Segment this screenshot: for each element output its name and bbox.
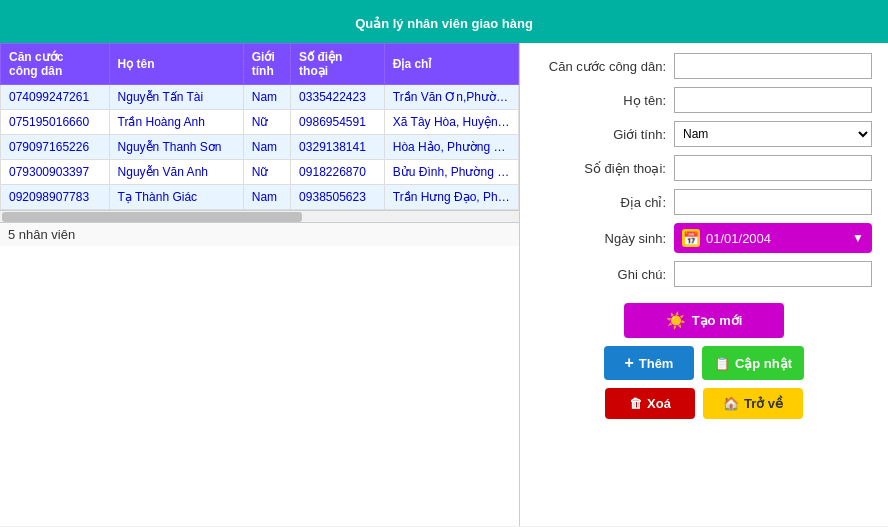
can-cuoc-row: Căn cước công dân: <box>536 53 872 79</box>
col-header-gioi-tinh: Giớitính <box>243 44 290 85</box>
col-header-sdt: Số điệnthoại <box>291 44 385 85</box>
btn-row-1: + Thêm 📋 Cập nhật <box>604 346 804 380</box>
cell-so_dien_thoai: 0938505623 <box>291 185 385 210</box>
cell-can_cuoc: 079300903397 <box>1 160 110 185</box>
them-label: Thêm <box>639 356 674 371</box>
plus-icon: + <box>624 354 633 372</box>
date-picker-left: 📅 01/01/2004 <box>682 229 771 247</box>
cell-can_cuoc: 075195016660 <box>1 110 110 135</box>
cap-nhat-button[interactable]: 📋 Cập nhật <box>702 346 804 380</box>
home-icon: 🏠 <box>723 396 739 411</box>
employee-table: Căn cướccông dân Họ tên Giớitính Số điện… <box>0 43 519 210</box>
cell-gioi_tinh: Nam <box>243 85 290 110</box>
table-row[interactable]: 079097165226Nguyễn Thanh SơnNam032913814… <box>1 135 519 160</box>
ngay-sinh-row: Ngày sinh: 📅 01/01/2004 ▼ <box>536 223 872 253</box>
cell-ho_ten: Nguyễn Văn Anh <box>109 160 243 185</box>
cell-ho_ten: Trần Hoàng Anh <box>109 110 243 135</box>
ghi-chu-row: Ghi chú: <box>536 261 872 287</box>
cell-dia_chi: Trần Hưng Đạo, Phường L... <box>384 185 518 210</box>
ngay-sinh-picker[interactable]: 📅 01/01/2004 ▼ <box>674 223 872 253</box>
button-area: ☀️ Tạo mới + Thêm 📋 Cập nhật 🗑 Xoá <box>536 303 872 419</box>
sdt-input[interactable] <box>674 155 872 181</box>
page-title: Quản lý nhân viên giao hàng <box>355 16 533 31</box>
gioi-tinh-label: Giới tính: <box>536 127 666 142</box>
cell-gioi_tinh: Nam <box>243 135 290 160</box>
cell-dia_chi: Trần Văn Ơn,Phường Phú... <box>384 85 518 110</box>
cell-gioi_tinh: Nữ <box>243 160 290 185</box>
col-header-ho-ten: Họ tên <box>109 44 243 85</box>
table-row[interactable]: 074099247261Nguyễn Tấn TàiNam0335422423T… <box>1 85 519 110</box>
can-cuoc-label: Căn cước công dân: <box>536 59 666 74</box>
sdt-row: Số điện thoại: <box>536 155 872 181</box>
tro-ve-button[interactable]: 🏠 Trở về <box>703 388 803 419</box>
edit-icon: 📋 <box>714 356 730 371</box>
ho-ten-input[interactable] <box>674 87 872 113</box>
cell-gioi_tinh: Nữ <box>243 110 290 135</box>
chevron-down-icon: ▼ <box>852 231 864 245</box>
cell-dia_chi: Xã Tây Hòa, Huyện Trảng B... <box>384 110 518 135</box>
table-row[interactable]: 079300903397Nguyễn Văn AnhNữ0918226870Bử… <box>1 160 519 185</box>
xoa-button[interactable]: 🗑 Xoá <box>605 388 695 419</box>
ghi-chu-input[interactable] <box>674 261 872 287</box>
btn-row-2: 🗑 Xoá 🏠 Trở về <box>605 388 803 419</box>
sdt-label: Số điện thoại: <box>536 161 666 176</box>
ngay-sinh-value: 01/01/2004 <box>706 231 771 246</box>
left-panel: Căn cướccông dân Họ tên Giớitính Số điện… <box>0 43 520 526</box>
gioi-tinh-select[interactable]: Nam Nữ <box>674 121 872 147</box>
xoa-label: Xoá <box>647 396 671 411</box>
cell-so_dien_thoai: 0329138141 <box>291 135 385 160</box>
cell-can_cuoc: 079097165226 <box>1 135 110 160</box>
gioi-tinh-row: Giới tính: Nam Nữ <box>536 121 872 147</box>
cell-dia_chi: Hòa Hảo, Phường 5, Quận... <box>384 135 518 160</box>
cell-dia_chi: Bửu Đình, Phường 5, Quận... <box>384 160 518 185</box>
table-row[interactable]: 092098907783Tạ Thành GiácNam0938505623Tr… <box>1 185 519 210</box>
ghi-chu-label: Ghi chú: <box>536 267 666 282</box>
col-header-can-cuoc: Căn cướccông dân <box>1 44 110 85</box>
sun-icon: ☀️ <box>666 311 686 330</box>
table-container: Căn cướccông dân Họ tên Giớitính Số điện… <box>0 43 519 210</box>
cap-nhat-label: Cập nhật <box>735 356 792 371</box>
page-header: Quản lý nhân viên giao hàng <box>0 0 888 43</box>
table-footer: 5 nhân viên <box>0 222 519 246</box>
tro-ve-label: Trở về <box>744 396 783 411</box>
tao-moi-button[interactable]: ☀️ Tạo mới <box>624 303 784 338</box>
cell-gioi_tinh: Nam <box>243 185 290 210</box>
dia-chi-input[interactable] <box>674 189 872 215</box>
table-row[interactable]: 075195016660Trần Hoàng AnhNữ0986954591Xã… <box>1 110 519 135</box>
cell-so_dien_thoai: 0918226870 <box>291 160 385 185</box>
employee-count: 5 nhân viên <box>8 227 75 242</box>
cell-can_cuoc: 074099247261 <box>1 85 110 110</box>
calendar-icon: 📅 <box>682 229 700 247</box>
col-header-dia-chi: Địa chỉ <box>384 44 518 85</box>
tao-moi-label: Tạo mới <box>692 313 743 328</box>
calendar-icon-symbol: 📅 <box>683 231 699 246</box>
right-panel: Căn cước công dân: Họ tên: Giới tính: Na… <box>520 43 888 526</box>
ngay-sinh-label: Ngày sinh: <box>536 231 666 246</box>
cell-so_dien_thoai: 0335422423 <box>291 85 385 110</box>
cell-can_cuoc: 092098907783 <box>1 185 110 210</box>
cell-ho_ten: Tạ Thành Giác <box>109 185 243 210</box>
cell-so_dien_thoai: 0986954591 <box>291 110 385 135</box>
cell-ho_ten: Nguyễn Thanh Sơn <box>109 135 243 160</box>
horizontal-scrollbar[interactable] <box>0 210 519 222</box>
trash-icon: 🗑 <box>629 396 642 411</box>
scrollbar-thumb[interactable] <box>2 212 302 222</box>
dia-chi-row: Địa chỉ: <box>536 189 872 215</box>
ho-ten-row: Họ tên: <box>536 87 872 113</box>
ho-ten-label: Họ tên: <box>536 93 666 108</box>
dia-chi-label: Địa chỉ: <box>536 195 666 210</box>
cell-ho_ten: Nguyễn Tấn Tài <box>109 85 243 110</box>
them-button[interactable]: + Thêm <box>604 346 694 380</box>
can-cuoc-input[interactable] <box>674 53 872 79</box>
